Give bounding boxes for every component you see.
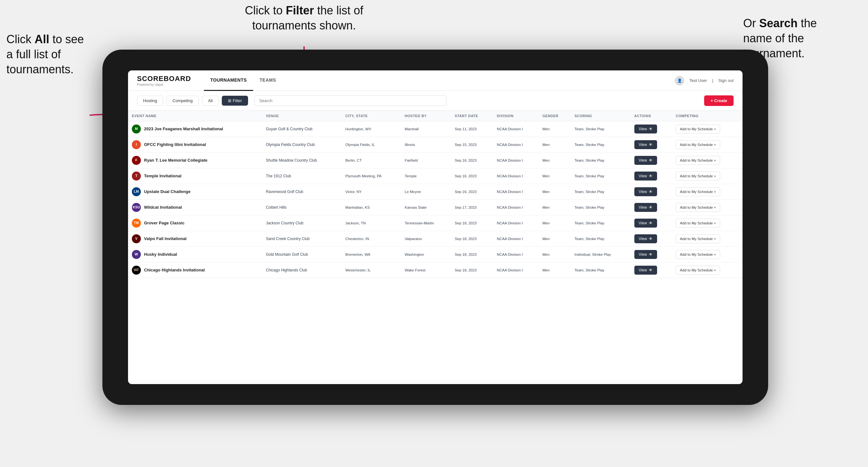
event-name-7: Valpo Fall Invitational <box>144 236 187 242</box>
annotation-top: Click to Filter the list oftournaments s… <box>224 3 384 33</box>
schedule-btn-7[interactable]: Add to My Schedule + <box>676 234 720 243</box>
city-state-cell-0: Huntington, WV <box>341 121 401 137</box>
scoring-cell-1: Team, Stroke Play <box>571 137 630 153</box>
scoring-cell-0: Team, Stroke Play <box>571 121 630 137</box>
view-btn-3[interactable]: View 👁 <box>634 172 657 181</box>
gender-cell-5: Men <box>539 200 571 215</box>
eye-icon-3: 👁 <box>649 174 653 178</box>
col-competing: COMPETING <box>672 111 743 121</box>
hosted-by-cell-2: Fairfield <box>401 153 451 168</box>
create-btn[interactable]: + Create <box>704 95 734 106</box>
event-name-9: Chicago Highlands Invitational <box>144 267 205 273</box>
venue-cell-4: Ravenwood Golf Club <box>262 184 341 200</box>
start-date-cell-0: Sep 11, 2023 <box>451 121 493 137</box>
hosted-by-cell-7: Valparaiso <box>401 231 451 247</box>
table-row: I OFCC Fighting Illini Invitational Olym… <box>128 137 743 153</box>
view-btn-2[interactable]: View 👁 <box>634 156 657 165</box>
user-avatar: 👤 <box>675 76 684 86</box>
division-cell-8: NCAA Division I <box>493 247 538 262</box>
event-name-8: Husky Individual <box>144 252 177 257</box>
scoring-cell-5: Team, Stroke Play <box>571 200 630 215</box>
division-cell-5: NCAA Division I <box>493 200 538 215</box>
scoring-cell-7: Team, Stroke Play <box>571 231 630 247</box>
scoring-cell-3: Team, Stroke Play <box>571 168 630 184</box>
schedule-btn-6[interactable]: Add to My Schedule + <box>676 219 720 227</box>
team-logo-4: LM <box>132 187 141 196</box>
event-name-cell-2: F Ryan T. Lee Memorial Collegiate <box>128 153 262 168</box>
event-name-3: Temple Invitational <box>144 173 182 179</box>
view-btn-0[interactable]: View 👁 <box>634 125 657 133</box>
schedule-cell-0: Add to My Schedule + <box>672 121 743 137</box>
view-btn-8[interactable]: View 👁 <box>634 250 657 259</box>
start-date-cell-6: Sep 18, 2023 <box>451 215 493 231</box>
view-btn-6[interactable]: View 👁 <box>634 219 657 227</box>
all-tab[interactable]: All <box>202 96 219 105</box>
tournaments-table: EVENT NAME VENUE CITY, STATE HOSTED BY S… <box>128 111 743 278</box>
schedule-cell-7: Add to My Schedule + <box>672 231 743 247</box>
gender-cell-1: Men <box>539 137 571 153</box>
city-state-cell-2: Berlin, CT <box>341 153 401 168</box>
schedule-btn-3[interactable]: Add to My Schedule + <box>676 172 720 181</box>
team-logo-9: WF <box>132 266 141 275</box>
view-btn-1[interactable]: View 👁 <box>634 140 657 149</box>
view-btn-9[interactable]: View 👁 <box>634 266 657 275</box>
search-input[interactable] <box>254 95 446 106</box>
city-state-cell-9: Westchester, IL <box>341 262 401 278</box>
venue-cell-3: The 1912 Club <box>262 168 341 184</box>
event-name-5: Wildcat Invitational <box>144 205 182 210</box>
table-row: LM Upstate Dual Challenge Ravenwood Golf… <box>128 184 743 200</box>
tablet-shell: SCOREBOARD Powered by clippd TOURNAMENTS… <box>102 50 768 405</box>
action-cell-0: View 👁 <box>630 121 672 137</box>
event-name-cell-4: LM Upstate Dual Challenge <box>128 184 262 200</box>
action-cell-1: View 👁 <box>630 137 672 153</box>
scoring-cell-8: Individual, Stroke Play <box>571 247 630 262</box>
eye-icon-2: 👁 <box>649 158 653 163</box>
division-cell-9: NCAA Division I <box>493 262 538 278</box>
filter-icon: ⊞ <box>228 98 231 103</box>
team-logo-1: I <box>132 140 141 149</box>
schedule-btn-9[interactable]: Add to My Schedule + <box>676 266 720 275</box>
schedule-btn-4[interactable]: Add to My Schedule + <box>676 187 720 196</box>
schedule-cell-9: Add to My Schedule + <box>672 262 743 278</box>
eye-icon-9: 👁 <box>649 268 653 272</box>
action-cell-3: View 👁 <box>630 168 672 184</box>
table-row: F Ryan T. Lee Memorial Collegiate Shuttl… <box>128 153 743 168</box>
user-name: Test User <box>689 78 707 83</box>
logo-sub: Powered by clippd <box>137 83 191 86</box>
team-logo-0: M <box>132 125 141 133</box>
table-row: WF Chicago Highlands Invitational Chicag… <box>128 262 743 278</box>
table-header-row: EVENT NAME VENUE CITY, STATE HOSTED BY S… <box>128 111 743 121</box>
scoring-cell-6: Team, Stroke Play <box>571 215 630 231</box>
start-date-cell-9: Sep 18, 2023 <box>451 262 493 278</box>
event-name-cell-5: KSU Wildcat Invitational <box>128 200 262 215</box>
view-btn-7[interactable]: View 👁 <box>634 234 657 243</box>
filter-btn[interactable]: ⊞ Filter <box>222 96 248 105</box>
tablet-screen: SCOREBOARD Powered by clippd TOURNAMENTS… <box>128 70 743 384</box>
schedule-btn-8[interactable]: Add to My Schedule + <box>676 250 720 259</box>
schedule-btn-0[interactable]: Add to My Schedule + <box>676 125 720 133</box>
hosted-by-cell-6: Tennessee-Martin <box>401 215 451 231</box>
schedule-btn-2[interactable]: Add to My Schedule + <box>676 156 720 165</box>
view-btn-4[interactable]: View 👁 <box>634 187 657 196</box>
schedule-btn-1[interactable]: Add to My Schedule + <box>676 140 720 149</box>
competing-tab[interactable]: Competing <box>166 96 199 105</box>
nav-tab-teams[interactable]: TEAMS <box>253 70 283 91</box>
team-logo-2: F <box>132 156 141 165</box>
gender-cell-4: Men <box>539 184 571 200</box>
col-venue: VENUE <box>262 111 341 121</box>
sign-out-link[interactable]: Sign out <box>718 78 734 83</box>
gender-cell-7: Men <box>539 231 571 247</box>
nav-tab-tournaments[interactable]: TOURNAMENTS <box>204 70 253 91</box>
divider: | <box>712 78 713 83</box>
gender-cell-6: Men <box>539 215 571 231</box>
view-btn-5[interactable]: View 👁 <box>634 203 657 212</box>
division-cell-0: NCAA Division I <box>493 121 538 137</box>
event-name-4: Upstate Dual Challenge <box>144 189 190 195</box>
venue-cell-6: Jackson Country Club <box>262 215 341 231</box>
logo-text: SCOREBOARD <box>137 74 191 83</box>
schedule-btn-5[interactable]: Add to My Schedule + <box>676 203 720 212</box>
hosted-by-cell-8: Washington <box>401 247 451 262</box>
schedule-cell-3: Add to My Schedule + <box>672 168 743 184</box>
hosting-tab[interactable]: Hosting <box>137 96 163 105</box>
scoring-cell-2: Team, Stroke Play <box>571 153 630 168</box>
